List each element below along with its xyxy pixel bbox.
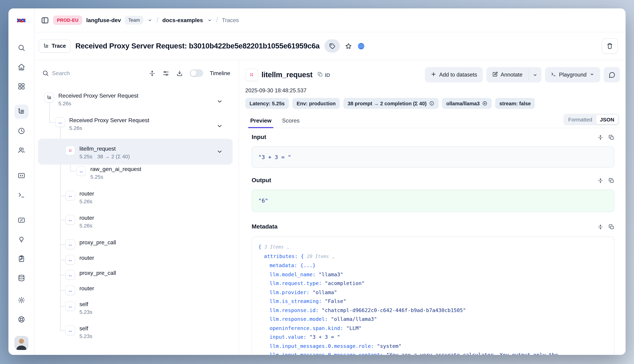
format-option-formatted[interactable]: Formatted <box>564 115 596 124</box>
annotate-button[interactable]: Annotate <box>486 67 528 82</box>
copy-icon[interactable] <box>608 224 614 230</box>
span-type-icon: ↔ <box>65 285 75 295</box>
json-value: "acompletion" <box>325 280 365 286</box>
collapse-section-icon[interactable] <box>597 178 603 184</box>
tree-node-router[interactable]: ↔router <box>38 283 233 297</box>
add-to-datasets-button[interactable]: Add to datasets <box>425 67 483 82</box>
collapse-section-icon[interactable] <box>597 224 603 230</box>
annotate-dropdown-button[interactable] <box>528 67 541 82</box>
badge-text: ollama/llama3 <box>446 100 480 106</box>
tree-node-litellm-request[interactable]: litellm_request5.25s38 → 2 (Σ 40) <box>38 139 233 164</box>
breadcrumb-organization[interactable]: langfuse-dev <box>86 17 121 23</box>
chevron-sm-icon <box>532 72 538 78</box>
delete-trace-button[interactable] <box>602 38 618 54</box>
observation-badge[interactable]: ollama/llama3 <box>442 98 492 109</box>
tree-node-label: router <box>79 215 94 221</box>
sidebar-toggle-button[interactable] <box>41 16 49 24</box>
tree-node-router[interactable]: ↔router <box>38 253 233 267</box>
observation-badge[interactable]: stream: false <box>495 98 535 109</box>
copy-id-button[interactable]: ID <box>317 72 330 78</box>
left-right-arrow-icon: ↔ <box>58 120 63 124</box>
sidebar-item-settings[interactable] <box>14 293 28 307</box>
span-type-icon: ↔ <box>76 166 86 176</box>
plus-circle-icon[interactable] <box>482 101 487 106</box>
observation-badge[interactable]: Env: production <box>292 98 340 109</box>
sidebar-item-terminal[interactable] <box>14 188 28 202</box>
tree-node-self[interactable]: ↔self5.23s <box>38 299 233 322</box>
tree-node-self[interactable]: ↔self5.23s <box>38 323 233 346</box>
collapse-node-chevron[interactable] <box>217 123 223 129</box>
app-logo[interactable] <box>9 8 34 32</box>
json-item-count[interactable]: 3 Items <box>265 244 284 250</box>
copy-icon[interactable] <box>608 134 614 140</box>
sidebar-item-users[interactable] <box>14 143 28 157</box>
sidebar-item-database[interactable] <box>14 271 28 285</box>
tree-node-received-proxy-server-request[interactable]: ↔Received Proxy Server Request5.26s <box>38 115 233 138</box>
file-code-icon <box>18 172 25 179</box>
span-type-icon: ↔ <box>55 117 65 127</box>
json-item-count[interactable]: 20 Items <box>307 254 329 259</box>
info-icon[interactable] <box>429 101 434 106</box>
tree-node-proxy-pre-call[interactable]: ↔proxy_pre_call <box>38 237 233 251</box>
json-collapse-chevron[interactable]: ⌄ <box>332 254 334 259</box>
litellm-icon <box>65 146 75 156</box>
json-brace: { <box>258 244 261 250</box>
tree-node-router[interactable]: ↔router5.26s <box>38 213 233 235</box>
sidebar-item-clock[interactable] <box>14 124 28 138</box>
json-line: openinference.span.kind: "LLM" <box>258 324 608 333</box>
sidebar-item-home[interactable] <box>14 60 28 74</box>
playground-button[interactable]: Playground <box>545 67 600 82</box>
copy-icon[interactable] <box>608 178 614 184</box>
tab-preview[interactable]: Preview <box>250 115 272 128</box>
tree-node-raw-gen-ai-request[interactable]: ↔raw_gen_ai_request5.25s <box>38 164 233 186</box>
sidebar-item-file-code[interactable] <box>14 168 28 182</box>
left-right-arrow-icon: ↔ <box>68 217 73 222</box>
observation-badge[interactable]: Latency: 5.25s <box>245 98 289 109</box>
format-option-json[interactable]: JSON <box>596 115 618 124</box>
chevron-sm-icon <box>207 18 212 23</box>
traces-icon <box>43 43 49 49</box>
json-line: llm.response.id: "chatcmpl-d96622c0-c642… <box>258 306 608 315</box>
tree-node-received-proxy-server-request[interactable]: Received Proxy Server Request5.26s <box>38 90 233 113</box>
trace-type-badge[interactable]: Trace <box>39 39 71 53</box>
sidebar-item-search[interactable] <box>14 41 28 55</box>
collapse-node-chevron[interactable] <box>217 148 223 155</box>
project-chevron-down-icon[interactable] <box>207 18 212 23</box>
sidebar-item-dashboard[interactable] <box>14 79 28 93</box>
tree-node-router[interactable]: ↔router5.26s <box>38 188 233 211</box>
sidebar-item-support[interactable] <box>14 312 28 326</box>
tree-node-proxy-pre-call[interactable]: ↔proxy_pre_call <box>38 268 233 282</box>
comments-button[interactable] <box>604 67 620 82</box>
collapse-node-chevron[interactable] <box>217 98 223 104</box>
json-value: {...} <box>300 262 316 268</box>
breadcrumb-section[interactable]: Traces <box>222 17 239 23</box>
sidebar-item-lightbulb[interactable] <box>14 232 28 246</box>
id-label: ID <box>325 72 330 78</box>
chevron-down-icon <box>589 72 595 78</box>
copy-icon <box>608 178 614 184</box>
tag-button[interactable] <box>325 39 340 53</box>
top-navigation: PROD-EU langfuse-dev Team / docs-example… <box>35 8 625 32</box>
input-section: Input "3 + 3 = " <box>252 134 614 168</box>
sidebar-item-traces[interactable] <box>14 104 28 119</box>
observation-badge[interactable]: 38 prompt → 2 completion (Σ 40) <box>343 98 439 109</box>
breadcrumb-project[interactable]: docs-examples <box>162 17 203 23</box>
sidebar-item-evals[interactable] <box>14 213 28 227</box>
bookmark-star-button[interactable] <box>345 42 352 50</box>
output-section: Output "6" <box>252 177 614 212</box>
collapse-section-icon[interactable] <box>597 134 603 140</box>
public-globe-button[interactable] <box>357 42 365 50</box>
json-value: "LLM" <box>346 325 362 331</box>
tree-node-label: router <box>79 285 94 292</box>
left-right-arrow-icon: ↔ <box>68 288 73 293</box>
tab-scores[interactable]: Scores <box>281 115 300 128</box>
copy-icon <box>317 72 323 78</box>
org-chevron-down-icon[interactable] <box>147 18 152 23</box>
tree-node-duration: 5.23s <box>79 333 92 339</box>
left-right-arrow-icon: ↔ <box>68 242 73 247</box>
json-collapse-chevron[interactable]: ⌄ <box>287 245 289 250</box>
sidebar-item-annotation[interactable] <box>14 252 28 266</box>
tree-node-label: self <box>79 301 92 308</box>
user-avatar[interactable] <box>14 336 28 350</box>
tree-node-duration: 5.26s <box>69 125 82 131</box>
